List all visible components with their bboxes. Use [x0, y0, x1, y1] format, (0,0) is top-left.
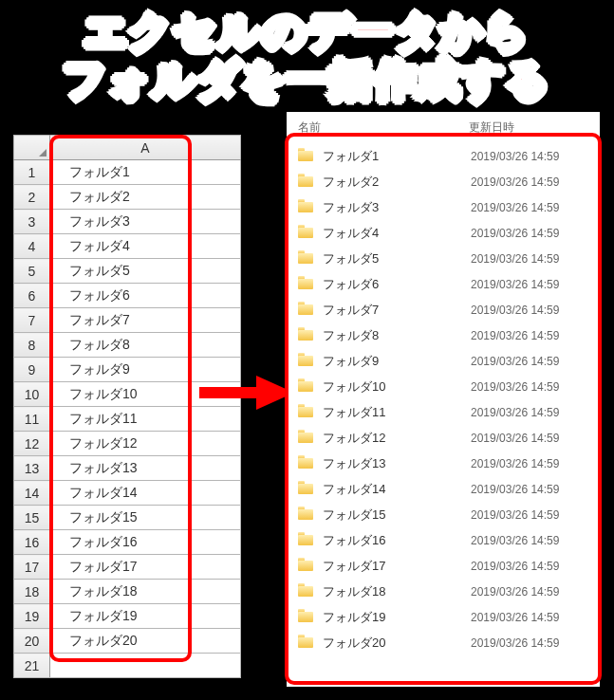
folder-icon: [298, 636, 315, 650]
folder-item[interactable]: フォルダ162019/03/26 14:59: [292, 527, 594, 553]
folder-item[interactable]: フォルダ202019/03/26 14:59: [292, 630, 594, 655]
row-header[interactable]: 16: [14, 530, 50, 555]
column-date-header[interactable]: 更新日時: [469, 120, 592, 136]
excel-cell[interactable]: フォルダ15: [50, 506, 241, 530]
excel-cell[interactable]: フォルダ19: [50, 604, 241, 629]
excel-cell[interactable]: フォルダ5: [50, 259, 241, 284]
title-line-2: フォルダを一括作成する: [0, 56, 614, 104]
explorer-panel: 名前 更新日時 フォルダ12019/03/26 14:59フォルダ22019/0…: [287, 112, 600, 687]
folder-icon: [298, 278, 315, 291]
folder-name: フォルダ16: [323, 532, 471, 549]
excel-cell[interactable]: フォルダ9: [50, 358, 241, 382]
row-header[interactable]: 18: [14, 580, 50, 604]
excel-cell[interactable]: フォルダ20: [50, 629, 241, 654]
excel-cell[interactable]: フォルダ3: [50, 210, 241, 234]
folder-item[interactable]: フォルダ62019/03/26 14:59: [292, 271, 594, 297]
excel-cell[interactable]: フォルダ13: [50, 456, 241, 481]
row-header[interactable]: 2: [14, 185, 50, 210]
folder-name: フォルダ19: [323, 609, 471, 626]
row-header[interactable]: 5: [14, 259, 50, 284]
folder-icon: [298, 483, 315, 496]
column-name-header[interactable]: 名前: [298, 120, 469, 136]
folder-name: フォルダ10: [323, 378, 471, 396]
folder-icon: [298, 406, 315, 419]
folder-date: 2019/03/26 14:59: [471, 483, 594, 496]
excel-cell[interactable]: [50, 654, 241, 678]
folder-name: フォルダ9: [323, 353, 471, 370]
folder-name: フォルダ6: [323, 276, 471, 293]
row-header[interactable]: 8: [14, 333, 50, 358]
folder-icon: [298, 560, 315, 573]
excel-cell[interactable]: フォルダ11: [50, 407, 241, 432]
folder-icon: [298, 227, 315, 240]
column-header-a[interactable]: A: [50, 136, 241, 160]
folder-date: 2019/03/26 14:59: [471, 636, 594, 650]
row-header[interactable]: 14: [14, 481, 50, 506]
folder-item[interactable]: フォルダ92019/03/26 14:59: [292, 348, 594, 374]
excel-cell[interactable]: フォルダ16: [50, 530, 241, 555]
folder-item[interactable]: フォルダ192019/03/26 14:59: [292, 604, 594, 630]
excel-cell[interactable]: フォルダ8: [50, 333, 241, 358]
title-block: エクセルのデータから フォルダを一括作成する: [0, 8, 614, 103]
folder-icon: [298, 201, 315, 214]
folder-date: 2019/03/26 14:59: [471, 227, 594, 240]
folder-icon: [298, 534, 315, 547]
row-header[interactable]: 12: [14, 432, 50, 456]
excel-cell[interactable]: フォルダ6: [50, 284, 241, 308]
folder-item[interactable]: フォルダ172019/03/26 14:59: [292, 553, 594, 579]
row-header[interactable]: 21: [14, 654, 50, 678]
row-header[interactable]: 19: [14, 604, 50, 629]
folder-name: フォルダ20: [323, 635, 471, 652]
excel-cell[interactable]: フォルダ17: [50, 555, 241, 580]
row-header[interactable]: 17: [14, 555, 50, 580]
folder-name: フォルダ4: [323, 225, 471, 242]
folder-icon: [298, 380, 315, 394]
folder-icon: [298, 150, 315, 163]
folder-name: フォルダ11: [323, 404, 471, 421]
row-header[interactable]: 4: [14, 234, 50, 259]
excel-cell[interactable]: フォルダ4: [50, 234, 241, 259]
excel-panel: A 1フォルダ12フォルダ23フォルダ34フォルダ45フォルダ56フォルダ67フ…: [13, 135, 241, 678]
folder-date: 2019/03/26 14:59: [471, 150, 594, 163]
folder-item[interactable]: フォルダ112019/03/26 14:59: [292, 399, 594, 425]
folder-name: フォルダ1: [323, 148, 471, 165]
folder-icon: [298, 304, 315, 317]
row-header[interactable]: 20: [14, 629, 50, 654]
row-header[interactable]: 11: [14, 407, 50, 432]
folder-item[interactable]: フォルダ22019/03/26 14:59: [292, 169, 594, 194]
folder-item[interactable]: フォルダ152019/03/26 14:59: [292, 502, 594, 527]
folder-item[interactable]: フォルダ132019/03/26 14:59: [292, 451, 594, 476]
excel-cell[interactable]: フォルダ18: [50, 580, 241, 604]
row-header[interactable]: 9: [14, 358, 50, 382]
folder-date: 2019/03/26 14:59: [471, 406, 594, 419]
folder-item[interactable]: フォルダ102019/03/26 14:59: [292, 374, 594, 399]
row-header[interactable]: 3: [14, 210, 50, 234]
folder-item[interactable]: フォルダ122019/03/26 14:59: [292, 425, 594, 451]
folder-item[interactable]: フォルダ52019/03/26 14:59: [292, 246, 594, 271]
row-header[interactable]: 6: [14, 284, 50, 308]
row-header[interactable]: 1: [14, 160, 50, 185]
folder-item[interactable]: フォルダ142019/03/26 14:59: [292, 476, 594, 502]
row-header[interactable]: 13: [14, 456, 50, 481]
folder-date: 2019/03/26 14:59: [471, 380, 594, 394]
select-all-corner[interactable]: [14, 136, 50, 160]
excel-cell[interactable]: フォルダ1: [50, 160, 241, 185]
folder-item[interactable]: フォルダ32019/03/26 14:59: [292, 194, 594, 220]
excel-grid[interactable]: A 1フォルダ12フォルダ23フォルダ34フォルダ45フォルダ56フォルダ67フ…: [13, 135, 241, 678]
folder-name: フォルダ5: [323, 250, 471, 267]
folder-date: 2019/03/26 14:59: [471, 534, 594, 547]
excel-cell[interactable]: フォルダ2: [50, 185, 241, 210]
folder-item[interactable]: フォルダ82019/03/26 14:59: [292, 322, 594, 348]
folder-item[interactable]: フォルダ42019/03/26 14:59: [292, 220, 594, 246]
excel-cell[interactable]: フォルダ10: [50, 382, 241, 407]
folder-item[interactable]: フォルダ72019/03/26 14:59: [292, 297, 594, 322]
excel-cell[interactable]: フォルダ14: [50, 481, 241, 506]
excel-cell[interactable]: フォルダ12: [50, 432, 241, 456]
folder-item[interactable]: フォルダ12019/03/26 14:59: [292, 143, 594, 169]
folder-icon: [298, 585, 315, 599]
row-header[interactable]: 7: [14, 308, 50, 333]
folder-item[interactable]: フォルダ182019/03/26 14:59: [292, 579, 594, 604]
excel-cell[interactable]: フォルダ7: [50, 308, 241, 333]
row-header[interactable]: 10: [14, 382, 50, 407]
row-header[interactable]: 15: [14, 506, 50, 530]
